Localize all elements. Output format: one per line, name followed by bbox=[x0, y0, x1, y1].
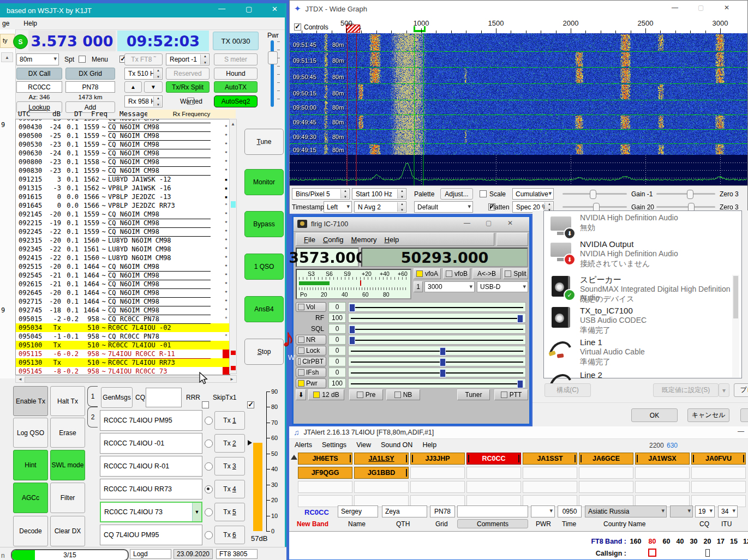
tx-radio-5[interactable] bbox=[205, 508, 213, 516]
wg-close-icon[interactable]: ✕ bbox=[724, 4, 729, 11]
bandwidth-combo[interactable]: 3000 bbox=[424, 281, 475, 292]
decode-row[interactable]: 095130Tx510~RC0CC 7L4IOU RR73 bbox=[16, 358, 230, 367]
dx-call-button[interactable]: DX Call bbox=[16, 68, 62, 80]
decode-row[interactable]: 095145-8-0.2958~7L4IOU RC0CC 73 bbox=[16, 367, 230, 375]
tab-1[interactable]: 1 bbox=[87, 386, 98, 407]
agcc-button[interactable]: AGCc bbox=[13, 483, 48, 513]
split-button[interactable]: Tx/Rx Split bbox=[166, 81, 210, 93]
flrig-lock-button[interactable]: Lock bbox=[296, 346, 326, 356]
configure-button[interactable]: 構成(C) bbox=[544, 383, 591, 397]
decode-row[interactable]: 092245-220.11559~CQ N6OIM CM98* bbox=[16, 227, 230, 236]
callsign-cell-jj3jhp[interactable]: JJ3JHP bbox=[410, 453, 465, 465]
detail-pwr-combo[interactable] bbox=[531, 505, 555, 517]
decode-row[interactable]: 095015-2-0.2958~CQ RC0CC PN78° bbox=[16, 315, 230, 323]
callsign-cell-empty[interactable] bbox=[579, 467, 633, 479]
flrig-nr-slider[interactable] bbox=[348, 335, 526, 345]
device-list[interactable]: ⬇NVIDIA High Definition Audio無効⬇NVIDIA O… bbox=[543, 210, 742, 378]
flrig-pwr-slider[interactable] bbox=[348, 378, 526, 388]
jtalert-menu-settings[interactable]: Settings bbox=[322, 441, 346, 449]
callsign-cell-empty[interactable] bbox=[410, 467, 465, 479]
jtalert-menu-alerts[interactable]: Alerts bbox=[295, 441, 312, 449]
log-qso-button[interactable]: Log QSO bbox=[13, 418, 48, 448]
slider-thumb[interactable] bbox=[517, 315, 523, 323]
spt-checkbox[interactable] bbox=[79, 56, 86, 63]
tx5-dropdown-icon[interactable]: ▼ bbox=[192, 503, 201, 521]
tx-radio-2[interactable] bbox=[205, 439, 213, 448]
slider-thumb[interactable] bbox=[440, 369, 446, 377]
decode-row[interactable]: 090500-250.11559~CQ N6OIM CM98* bbox=[16, 131, 230, 140]
zero1-slider[interactable] bbox=[656, 193, 715, 195]
decode-row[interactable]: 092615-210.11464~CQ N6OIM CM98* bbox=[16, 280, 230, 288]
spectrum-display[interactable] bbox=[290, 155, 747, 185]
hint-button[interactable]: Hint bbox=[13, 450, 48, 480]
flrig-ifsh-button[interactable]: IFsh bbox=[296, 368, 326, 377]
tx-radio-1[interactable] bbox=[205, 417, 213, 425]
timestamp-combo[interactable]: Left bbox=[324, 201, 352, 213]
rrr-checkbox[interactable] bbox=[202, 401, 209, 408]
flrig-vfoa-button[interactable]: vfoA bbox=[414, 268, 441, 279]
genmsgs-button[interactable]: GenMsgs bbox=[101, 387, 133, 408]
sound-device-item[interactable]: ✓スピーカーSoundMAX Integrated Digital High D… bbox=[548, 275, 734, 308]
callsign-cell-jg1bbd[interactable]: JG1BBD bbox=[354, 467, 409, 479]
jtalert-menu-help[interactable]: Help bbox=[422, 441, 436, 449]
hscroll-thumb[interactable] bbox=[25, 377, 206, 383]
callsign-cell-rc0cc[interactable]: RC0CC bbox=[466, 453, 521, 465]
decode-row[interactable]: 09161500.01566~VP8LP JE2DZC -13▪ bbox=[16, 192, 230, 201]
tx-freq-spinner[interactable]: Tx 510 Hz▲▼ bbox=[124, 68, 163, 80]
clear-dx-button[interactable]: Clear DX bbox=[50, 516, 85, 546]
callsign-cell-empty[interactable] bbox=[466, 481, 521, 493]
ptt-button[interactable]: PTT bbox=[494, 389, 528, 400]
flrig-menu-memory[interactable]: Memory bbox=[351, 236, 377, 244]
detail-cq-combo[interactable]: 19 bbox=[695, 505, 715, 517]
tab-2[interactable]: 2 bbox=[87, 407, 98, 427]
collapse-button[interactable]: ⬇ bbox=[296, 389, 306, 400]
preset-button[interactable]: 1 bbox=[414, 281, 423, 292]
decode-row[interactable]: 092645-200.11464~CQ N6OIM CM98* bbox=[16, 288, 230, 297]
slider-thumb[interactable] bbox=[440, 358, 446, 366]
freq-down-button[interactable]: ▼ bbox=[144, 81, 163, 93]
maximize-icon[interactable]: ▢ bbox=[246, 5, 252, 13]
callsign-cell-empty[interactable] bbox=[354, 481, 409, 493]
flrig-menu-help[interactable]: Help bbox=[385, 236, 399, 244]
decode-row[interactable]: 092145-200.11559~CQ N6OIM CM98* bbox=[16, 210, 230, 219]
ansb4-button[interactable]: AnsB4 bbox=[244, 296, 284, 322]
decode-row[interactable]: 09121530.11562~LU8YD JA1WSK -12▪ bbox=[16, 175, 230, 184]
tx-radio-4[interactable] bbox=[205, 485, 213, 493]
tx-radio-3[interactable] bbox=[205, 462, 213, 471]
wg-minimize-icon[interactable]: — bbox=[672, 4, 678, 11]
sound-device-item[interactable]: ⬇NVIDIA OutputNVIDIA High Definition Aud… bbox=[548, 239, 734, 272]
flrig-sql-slider[interactable] bbox=[348, 324, 526, 334]
zero2-slider[interactable] bbox=[656, 206, 715, 208]
rx-freq-spinner[interactable]: Rx 958 Hz▲▼ bbox=[124, 95, 163, 107]
minimize-icon[interactable]: — bbox=[218, 4, 225, 13]
swl-mode-button[interactable]: SWL mode bbox=[50, 450, 85, 480]
sound-device-item[interactable]: Line 1Virtual Audio Cable準備完了 bbox=[548, 338, 734, 370]
hound-button[interactable]: Hound bbox=[214, 68, 258, 80]
s-meter-button[interactable]: S meter bbox=[214, 53, 258, 65]
decode-row[interactable]: 090530-230.11559~CQ N6OIM CM98* bbox=[16, 140, 230, 149]
tx-watchdog-button[interactable]: TX 00/30 bbox=[213, 32, 259, 50]
callsign-cell-empty[interactable] bbox=[691, 481, 746, 493]
callsign-cell-ja1lsy[interactable]: JA1LSY bbox=[354, 453, 409, 465]
cancel-button[interactable]: キャンセル bbox=[687, 408, 729, 422]
start-hz-spinner[interactable]: Start 100 Hz▲▼ bbox=[352, 188, 406, 200]
flrig-ifsh-slider[interactable] bbox=[348, 368, 526, 377]
detail-comments-field[interactable] bbox=[457, 505, 528, 517]
tx-button-3[interactable]: Tx 3 bbox=[214, 457, 245, 475]
1-qso-button[interactable]: 1 QSO bbox=[244, 254, 284, 280]
cq-input[interactable] bbox=[146, 388, 182, 407]
callsign-cell-jf9qgg[interactable]: JF9QGG bbox=[298, 467, 352, 479]
decode-row[interactable]: 092215-190.11559~CQ N6OIM CM98* bbox=[16, 219, 230, 227]
vfo-a-display[interactable]: 3573.000 bbox=[296, 248, 359, 267]
callsign-cell-ja1wsx[interactable]: JA1WSX bbox=[635, 453, 690, 465]
detail-callsign[interactable]: RC0CC bbox=[304, 508, 329, 516]
comments-button[interactable]: Comments bbox=[457, 519, 528, 528]
decode-row[interactable]: 092315-200.11560~LU8YD N6OIM CM98* bbox=[16, 236, 230, 245]
detail-extra-combo[interactable] bbox=[670, 505, 693, 517]
flrig-nr-button[interactable]: NR bbox=[296, 335, 326, 345]
decode-row[interactable]: 09164500.01566~VP8LP JE2DZC RR73° bbox=[16, 201, 230, 210]
decode-row[interactable]: 092415-220.11560~LU8YD N6OIM CM98* bbox=[16, 254, 230, 262]
tx-message-field-6[interactable]: CQ 7L4IOU PM95 bbox=[100, 525, 202, 545]
monitor-led[interactable]: S bbox=[13, 34, 28, 49]
monitor-button[interactable]: Monitor bbox=[244, 169, 284, 195]
